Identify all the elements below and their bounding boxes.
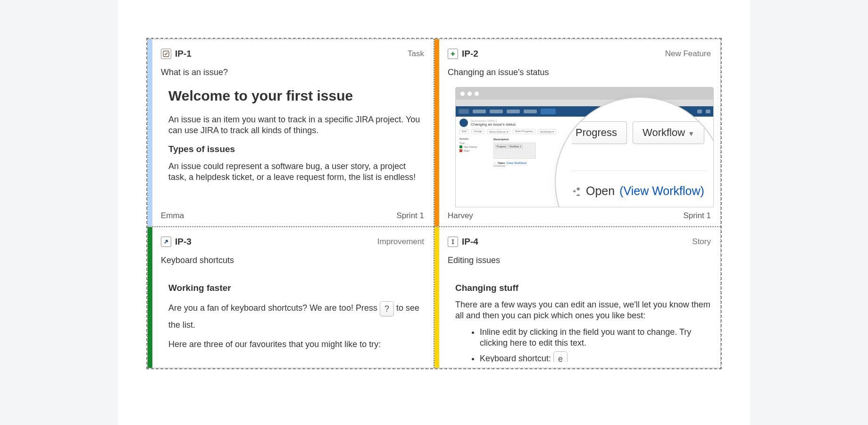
story-icon: [448, 237, 458, 247]
description-paragraph: Are you a fan of keyboard shortcuts? We …: [168, 299, 424, 333]
print-page: IP-1 Task What is an issue? Welcome to y…: [118, 0, 750, 425]
list-item: Keyboard shortcut: e: [480, 351, 711, 362]
issue-type: Improvement: [377, 237, 424, 246]
card-grid: IP-1 Task What is an issue? Welcome to y…: [146, 38, 722, 369]
card-header: IP-1 Task: [161, 49, 424, 59]
workflow-dropdown[interactable]: Workflow ▼: [633, 121, 704, 144]
description-paragraph: An issue could represent a software bug,…: [168, 161, 424, 183]
issue-title: What is an issue?: [161, 68, 424, 77]
description-heading: Welcome to your first issue: [168, 87, 424, 105]
priority-stripe: [434, 39, 439, 226]
priority-stripe: [434, 227, 439, 368]
new-feature-icon: [448, 49, 458, 59]
improvement-icon: [161, 237, 171, 247]
issue-description: Working faster Are you a fan of keyboard…: [161, 275, 424, 356]
project-avatar-icon: [459, 119, 468, 127]
sprint: Sprint 1: [683, 211, 711, 221]
description-paragraph: An issue is an item you want to track in…: [168, 114, 424, 136]
card-footer: Harvey Sprint 1: [448, 207, 711, 221]
issue-description: Welcome to your first issue An issue is …: [161, 87, 424, 188]
description-subheading: Types of issues: [168, 144, 424, 155]
issue-card-ip1: IP-1 Task What is an issue? Welcome to y…: [147, 39, 434, 227]
person-arrow-icon: [572, 186, 581, 196]
priority-stripe: [148, 227, 152, 368]
card-footer: Emma Sprint 1: [161, 207, 424, 221]
issue-key: IP-2: [462, 49, 478, 59]
description-paragraph: There are a few ways you can edit an iss…: [455, 299, 711, 321]
issue-key: IP-4: [462, 237, 478, 247]
issue-title: Editing issues: [448, 255, 711, 265]
card-header: IP-4 Story: [448, 237, 711, 247]
keyboard-key: ?: [380, 301, 394, 316]
issue-card-ip3: IP-3 Improvement Keyboard shortcuts Work…: [147, 227, 434, 368]
issue-type: Task: [408, 49, 424, 59]
issue-card-ip2: IP-2 New Feature Changing an issue's sta…: [434, 39, 721, 227]
list-item: Inline edit by clicking in the field you…: [480, 327, 711, 348]
card-header: IP-2 New Feature: [448, 49, 711, 59]
priority-stripe: [148, 39, 152, 226]
assignee: Harvey: [448, 211, 473, 221]
issue-description: Changing stuff There are a few ways you …: [448, 275, 711, 362]
view-workflow-link[interactable]: (View Workflow): [619, 184, 704, 198]
issue-type: New Feature: [665, 49, 711, 59]
card-header: IP-3 Improvement: [161, 237, 424, 247]
chevron-down-icon: ▼: [688, 130, 694, 137]
issue-card-ip4: IP-4 Story Editing issues Changing stuff…: [434, 227, 721, 368]
issue-type: Story: [692, 237, 711, 246]
progress-button[interactable]: Progress: [572, 121, 627, 144]
description-paragraph: Here are three of our favourites that yo…: [168, 339, 424, 350]
browser-titlebar: [456, 87, 713, 100]
issue-key: IP-3: [175, 237, 192, 247]
status-label: Open: [586, 184, 615, 198]
description-list: Inline edit by clicking in the field you…: [455, 327, 711, 362]
task-icon: [161, 49, 171, 59]
description-heading: Working faster: [168, 282, 424, 294]
sprint: Sprint 1: [396, 211, 424, 221]
embedded-screenshot: Demonstration / DEMO-1Changing an issue'…: [455, 87, 714, 207]
issue-key: IP-1: [175, 49, 192, 59]
assignee: Emma: [161, 211, 184, 221]
svg-point-1: [576, 187, 579, 190]
keyboard-key: e: [553, 351, 568, 362]
description-heading: Changing stuff: [455, 282, 711, 294]
issue-title: Changing an issue's status: [448, 68, 711, 77]
issue-title: Keyboard shortcuts: [161, 255, 424, 265]
